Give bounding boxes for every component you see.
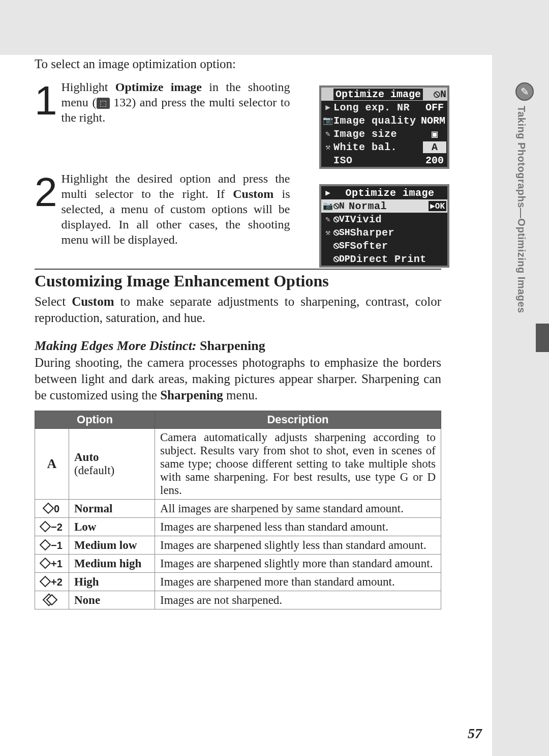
option-description: Images are sharpened more than standard … bbox=[155, 573, 441, 591]
option-name: Medium low bbox=[69, 536, 155, 555]
table-row: AAuto(default)Camera automatically adjus… bbox=[35, 429, 441, 500]
option-label: Normal bbox=[349, 200, 429, 212]
row-value: 200 bbox=[423, 155, 446, 166]
row-value: OFF bbox=[423, 102, 446, 113]
row-icon: 📷 bbox=[322, 115, 333, 126]
ok-indicator: ▶OK bbox=[429, 201, 446, 211]
option-label: Direct Print bbox=[350, 253, 446, 265]
row-value: NORM bbox=[420, 115, 446, 127]
option-symbol: −1 bbox=[35, 536, 69, 555]
step-text: Highlight the desired option and press t… bbox=[62, 171, 290, 247]
row-icon: ⚒ bbox=[322, 142, 333, 152]
table-row: −2LowImages are sharpened less than stan… bbox=[35, 518, 441, 536]
lcd-option-row: ✎⦸VIVivid bbox=[321, 213, 447, 226]
row-label: Long exp. NR bbox=[333, 102, 423, 113]
row-icon: ▶ bbox=[322, 102, 333, 112]
option-description: Camera automatically adjusts sharpening … bbox=[155, 429, 441, 500]
table-row: +1Medium highImages are sharpened slight… bbox=[35, 555, 441, 573]
lcd-option-row: ⦸DPDirect Print bbox=[321, 252, 447, 266]
badge: ⦸N bbox=[434, 89, 446, 100]
intro-text: To select an image optimization option: bbox=[35, 57, 441, 71]
palette-icon: ✎ bbox=[515, 82, 534, 101]
option-symbol: +1 bbox=[35, 555, 69, 573]
option-description: All images are sharpened by same standar… bbox=[155, 500, 441, 518]
option-description: Images are sharpened slightly more than … bbox=[155, 555, 441, 573]
option-label: Softer bbox=[350, 240, 446, 252]
option-label: Vivid bbox=[350, 214, 446, 225]
section-body: Select Custom to make separate adjustmen… bbox=[35, 294, 441, 326]
option-code: ⦸VI bbox=[333, 214, 350, 224]
option-name: Low bbox=[69, 518, 155, 536]
lcd-row: 📷Image qualityNORM bbox=[321, 114, 447, 127]
page-number: 57 bbox=[468, 725, 482, 742]
row-label: Image quality bbox=[333, 115, 420, 127]
camera-lcd-optimize-menu: ▶ Optimize image 📷⦸NNormal▶OK✎⦸VIVivid⚒⦸… bbox=[319, 184, 449, 268]
sharpening-body: During shooting, the camera processes ph… bbox=[35, 355, 441, 403]
lcd-title: Optimize image bbox=[333, 187, 446, 199]
lcd-option-row: ⦸SFSofter bbox=[321, 239, 447, 252]
lcd-title: Optimize image bbox=[333, 89, 423, 100]
col-option: Option bbox=[35, 411, 155, 429]
lcd-row: ✎Image size▣ bbox=[321, 127, 447, 140]
section-divider bbox=[35, 269, 441, 270]
option-symbol bbox=[35, 591, 69, 609]
row-value: A bbox=[423, 141, 446, 153]
table-row: −1Medium lowImages are sharpened slightl… bbox=[35, 536, 441, 555]
lcd-header: ▶ Optimize image bbox=[321, 186, 447, 199]
option-name: Normal bbox=[69, 500, 155, 518]
option-description: Images are not sharpened. bbox=[155, 591, 441, 609]
step-text: Highlight Optimize image in the shooting… bbox=[62, 79, 290, 125]
thumb-label: Taking Photographs—Optimizing Images bbox=[515, 106, 527, 313]
camera-lcd-shooting-menu: ▶ Optimize image ⦸N ▶Long exp. NROFF📷Ima… bbox=[319, 85, 449, 169]
reference-icon: ⬚ bbox=[97, 98, 110, 109]
option-name: Auto(default) bbox=[69, 429, 155, 500]
top-band bbox=[0, 0, 549, 55]
lcd-option-row: ⚒⦸SHSharper bbox=[321, 226, 447, 239]
option-description: Images are sharpened less than standard … bbox=[155, 518, 441, 536]
lcd-row: ISO200 bbox=[321, 154, 447, 167]
row-label: Image size bbox=[333, 128, 423, 140]
option-description: Images are sharpened slightly less than … bbox=[155, 536, 441, 555]
play-icon: ▶ bbox=[322, 89, 333, 99]
table-row: 0NormalAll images are sharpened by same … bbox=[35, 500, 441, 518]
step-number: 1 bbox=[35, 84, 57, 117]
table-row: NoneImages are not sharpened. bbox=[35, 591, 441, 609]
step-number: 2 bbox=[35, 176, 57, 209]
row-label: White bal. bbox=[333, 141, 423, 153]
lcd-row: ⚒White bal.A bbox=[321, 140, 447, 154]
option-symbol: 0 bbox=[35, 500, 69, 518]
table-row: +2HighImages are sharpened more than sta… bbox=[35, 573, 441, 591]
option-symbol: A bbox=[35, 429, 69, 500]
option-code: ⦸SH bbox=[333, 227, 350, 238]
option-code: ⦸DP bbox=[333, 254, 350, 264]
option-name: None bbox=[69, 591, 155, 609]
row-value: ▣ bbox=[423, 128, 446, 140]
row-icon: ✎ bbox=[322, 129, 333, 139]
option-name: High bbox=[69, 573, 155, 591]
page-thumb-index bbox=[536, 324, 549, 352]
thumb-tab: ✎ Taking Photographs—Optimizing Images bbox=[515, 82, 535, 322]
subheading: Making Edges More Distinct: Sharpening bbox=[35, 338, 441, 354]
row-icon: ✎ bbox=[322, 214, 333, 224]
section-heading: Customizing Image Enhancement Options bbox=[35, 272, 441, 290]
sharpening-table: Option Description AAuto(default)Camera … bbox=[35, 411, 441, 609]
lcd-row: ▶Long exp. NROFF bbox=[321, 101, 447, 114]
option-symbol: −2 bbox=[35, 518, 69, 536]
option-code: ⦸N bbox=[333, 201, 349, 211]
play-icon: ▶ bbox=[322, 188, 333, 198]
row-icon: 📷 bbox=[322, 201, 333, 211]
option-symbol: +2 bbox=[35, 573, 69, 591]
col-description: Description bbox=[155, 411, 441, 429]
lcd-option-row: 📷⦸NNormal▶OK bbox=[321, 199, 447, 213]
row-label: ISO bbox=[333, 155, 423, 166]
option-code: ⦸SF bbox=[333, 241, 350, 251]
lcd-header: ▶ Optimize image ⦸N bbox=[321, 88, 447, 101]
option-name: Medium high bbox=[69, 555, 155, 573]
row-icon: ⚒ bbox=[322, 227, 333, 238]
option-label: Sharper bbox=[350, 227, 446, 239]
manual-page: ✎ Taking Photographs—Optimizing Images T… bbox=[0, 0, 549, 756]
